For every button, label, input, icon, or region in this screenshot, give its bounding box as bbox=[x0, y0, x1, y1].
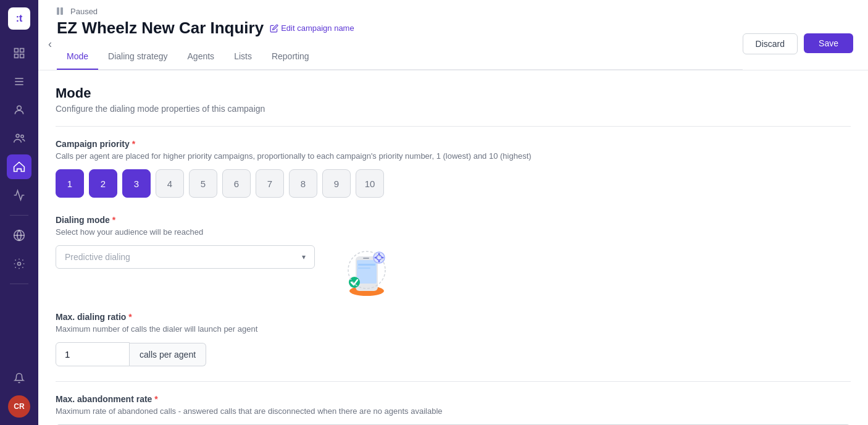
topbar-actions: Discard Save bbox=[743, 22, 853, 54]
svg-point-22 bbox=[378, 261, 380, 263]
required-marker-2: * bbox=[112, 215, 115, 225]
tab-lists[interactable]: Lists bbox=[224, 44, 262, 70]
svg-point-9 bbox=[21, 135, 23, 138]
svg-point-21 bbox=[378, 253, 380, 255]
priority-btn-5[interactable]: 5 bbox=[189, 169, 217, 198]
user-avatar[interactable]: CR bbox=[8, 395, 30, 418]
dialing-mode-desc: Select how your audience will be reached bbox=[56, 227, 851, 237]
save-button[interactable]: Save bbox=[804, 33, 853, 53]
paused-icon bbox=[57, 6, 67, 16]
sidebar-divider bbox=[10, 215, 28, 216]
dialing-mode-row: Predictive dialing ▾ bbox=[56, 245, 851, 295]
svg-rect-17 bbox=[358, 267, 370, 269]
svg-rect-3 bbox=[20, 54, 24, 58]
back-button[interactable]: ‹ bbox=[48, 38, 52, 51]
svg-rect-2 bbox=[15, 54, 19, 58]
sidebar-item-analytics[interactable] bbox=[7, 183, 31, 208]
svg-rect-1 bbox=[20, 49, 24, 53]
sidebar-item-lists[interactable] bbox=[7, 69, 31, 94]
priority-btn-9[interactable]: 9 bbox=[322, 169, 351, 198]
campaign-priority-section: Campaign priority * Calls per agent are … bbox=[56, 139, 851, 198]
priority-btn-6[interactable]: 6 bbox=[222, 169, 251, 198]
sidebar-item-users[interactable] bbox=[7, 126, 31, 151]
tabs: Mode Dialing strategy Agents Lists Repor… bbox=[57, 44, 743, 70]
calls-per-agent-label: calls per agent bbox=[130, 343, 206, 366]
priority-btn-7[interactable]: 7 bbox=[256, 169, 284, 198]
required-marker-3: * bbox=[128, 312, 131, 322]
sidebar-bottom: CR bbox=[7, 366, 31, 418]
max-dialing-ratio-desc: Maximum number of calls the dialer will … bbox=[56, 324, 851, 334]
content-area: Mode Configure the dialing mode properti… bbox=[38, 70, 868, 425]
sidebar-item-campaigns[interactable] bbox=[7, 154, 31, 179]
max-abandonment-rate-label: Max. abandonment rate * bbox=[56, 394, 851, 404]
app-logo: :t bbox=[8, 7, 30, 30]
dialing-mode-label: Dialing mode * bbox=[56, 215, 851, 225]
svg-point-12 bbox=[18, 263, 21, 266]
section-divider bbox=[56, 126, 851, 127]
page-subtitle: Configure the dialing mode properties of… bbox=[56, 104, 851, 114]
campaign-priority-label: Campaign priority * bbox=[56, 139, 851, 149]
campaign-title: EZ Wheelz New Car Inquiry bbox=[57, 19, 264, 38]
max-abandonment-rate-desc: Maximum rate of abandoned calls - answer… bbox=[56, 406, 851, 416]
tab-mode[interactable]: Mode bbox=[57, 44, 98, 70]
dialing-mode-left: Predictive dialing ▾ bbox=[56, 245, 315, 269]
dialing-ratio-input[interactable] bbox=[56, 342, 130, 366]
paused-badge: Paused bbox=[57, 6, 743, 16]
priority-btn-8[interactable]: 8 bbox=[289, 169, 317, 198]
sidebar-item-home[interactable] bbox=[7, 41, 31, 65]
dialing-mode-section: Dialing mode * Select how your audience … bbox=[56, 215, 851, 295]
sidebar-divider-2 bbox=[10, 284, 28, 284]
svg-point-7 bbox=[17, 106, 22, 110]
tab-dialing-strategy[interactable]: Dialing strategy bbox=[98, 44, 178, 70]
sidebar: :t CR bbox=[0, 0, 38, 425]
svg-point-23 bbox=[375, 257, 377, 259]
dropdown-value: Predictive dialing bbox=[65, 252, 130, 262]
max-dialing-ratio-section: Max. dialing ratio * Maximum number of c… bbox=[56, 312, 851, 366]
edit-label-text: Edit campaign name bbox=[281, 23, 354, 33]
svg-rect-0 bbox=[15, 49, 19, 53]
topbar: ‹ Paused EZ Wheelz New Car Inquiry Edit … bbox=[38, 0, 868, 70]
svg-rect-15 bbox=[357, 260, 377, 284]
svg-rect-16 bbox=[358, 264, 375, 266]
sidebar-item-globe[interactable] bbox=[7, 223, 31, 248]
main-content: ‹ Paused EZ Wheelz New Car Inquiry Edit … bbox=[38, 0, 868, 425]
topbar-left: Paused EZ Wheelz New Car Inquiry Edit ca… bbox=[57, 6, 743, 70]
edit-campaign-name-link[interactable]: Edit campaign name bbox=[270, 23, 354, 33]
page-title: Mode bbox=[56, 85, 851, 101]
section-divider-2 bbox=[56, 381, 851, 382]
priority-btn-2[interactable]: 2 bbox=[89, 169, 117, 198]
svg-point-24 bbox=[382, 257, 384, 259]
dialing-ratio-row: calls per agent bbox=[56, 342, 851, 366]
tab-agents[interactable]: Agents bbox=[178, 44, 225, 70]
discard-button[interactable]: Discard bbox=[743, 33, 798, 54]
notifications-icon[interactable] bbox=[7, 366, 31, 390]
sidebar-item-settings[interactable] bbox=[7, 251, 31, 276]
required-marker: * bbox=[132, 139, 135, 149]
priority-btn-10[interactable]: 10 bbox=[356, 169, 384, 198]
dialing-mode-illustration bbox=[335, 239, 390, 295]
dialing-mode-dropdown[interactable]: Predictive dialing ▾ bbox=[56, 245, 315, 269]
sidebar-item-contacts[interactable] bbox=[7, 98, 31, 122]
required-marker-4: * bbox=[154, 394, 157, 404]
max-dialing-ratio-label: Max. dialing ratio * bbox=[56, 312, 851, 322]
campaign-title-row: EZ Wheelz New Car Inquiry Edit campaign … bbox=[57, 19, 743, 38]
tab-reporting[interactable]: Reporting bbox=[262, 44, 319, 70]
dropdown-arrow-icon: ▾ bbox=[302, 253, 306, 261]
max-abandonment-rate-section: Max. abandonment rate * Maximum rate of … bbox=[56, 394, 851, 425]
priority-btn-4[interactable]: 4 bbox=[156, 169, 184, 198]
priority-btn-3[interactable]: 3 bbox=[122, 169, 151, 198]
svg-point-8 bbox=[16, 134, 19, 137]
priority-buttons: 1 2 3 4 5 6 7 8 9 10 bbox=[56, 169, 851, 198]
campaign-priority-desc: Calls per agent are placed for higher pr… bbox=[56, 151, 851, 161]
svg-rect-18 bbox=[363, 258, 369, 259]
priority-btn-1[interactable]: 1 bbox=[56, 169, 84, 198]
